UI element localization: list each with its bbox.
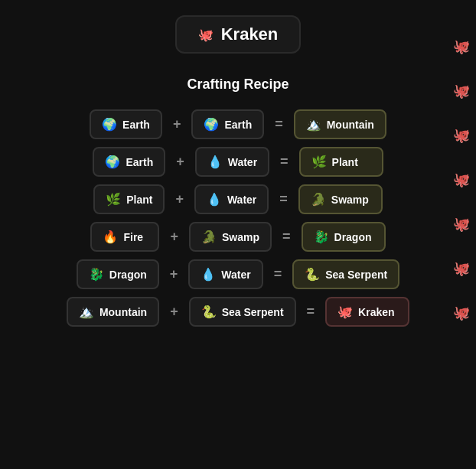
equals-operator: = (272, 116, 286, 132)
ingredient2-emoji: 🐊 (201, 230, 217, 244)
result-chip: 🐍 Sea Serpent (292, 259, 399, 289)
plus-operator: + (173, 154, 187, 170)
ingredient2-emoji: 💧 (207, 192, 222, 207)
ingredient1-label: Dragon (109, 269, 147, 281)
side-icon: 🐙 (453, 171, 470, 188)
side-icon: 🐙 (453, 83, 470, 99)
equals-operator: = (304, 304, 318, 320)
ingredient1-emoji: 🔥 (103, 230, 118, 244)
ingredient2-label: Sea Serpent (222, 306, 284, 318)
side-icons: 🐙 🐙 🐙 🐙 🐙 🐙 🐙 (453, 38, 470, 321)
ingredient2-label: Earth (224, 119, 252, 131)
ingredient2-chip: 🐊 Swamp (189, 222, 272, 252)
result-emoji: 🐍 (305, 267, 320, 282)
recipes-container: 🌍 Earth + 🌍 Earth = 🏔️ Mountain 🌍 Earth … (67, 109, 409, 327)
result-label: Swamp (331, 194, 369, 206)
title-badge-label: Kraken (221, 24, 279, 44)
ingredient1-emoji: 🏔️ (79, 305, 94, 319)
ingredient1-emoji: 🌿 (106, 192, 121, 207)
ingredient1-chip: 🏔️ Mountain (67, 297, 159, 327)
ingredient1-chip: 🌍 Earth (93, 147, 165, 177)
ingredient2-label: Water (228, 156, 257, 168)
ingredient1-chip: 🔥 Fire (90, 222, 159, 252)
ingredient2-emoji: 🌍 (204, 117, 219, 132)
result-chip: 🐊 Swamp (298, 184, 383, 214)
ingredient2-chip: 💧 Water (195, 147, 269, 177)
recipe-row: 🌿 Plant + 💧 Water = 🐊 Swamp (93, 184, 383, 214)
side-icon: 🐙 (453, 216, 470, 233)
ingredient1-label: Fire (123, 231, 143, 243)
equals-operator: = (277, 154, 292, 170)
equals-operator: = (279, 229, 294, 245)
result-label: Mountain (327, 119, 374, 131)
ingredient2-label: Swamp (222, 231, 259, 243)
ingredient1-emoji: 🐉 (89, 267, 104, 282)
side-icon: 🐙 (453, 260, 470, 277)
ingredient2-emoji: 💧 (207, 155, 223, 169)
title-badge: 🐙 Kraken (175, 15, 302, 54)
recipe-row: 🔥 Fire + 🐊 Swamp = 🐉 Dragon (90, 222, 385, 252)
result-label: Kraken (358, 306, 394, 318)
ingredient1-emoji: 🌍 (105, 155, 120, 169)
ingredient1-label: Earth (122, 119, 150, 131)
plus-operator: + (172, 191, 187, 207)
equals-operator: = (276, 191, 291, 207)
result-emoji: 🐙 (337, 305, 353, 319)
result-label: Dragon (334, 231, 372, 243)
ingredient2-chip: 🐍 Sea Serpent (189, 297, 296, 327)
result-emoji: 🏔️ (306, 117, 321, 132)
side-icon: 🐙 (453, 38, 470, 55)
recipe-row: 🐉 Dragon + 💧 Water = 🐍 Sea Serpent (77, 259, 399, 289)
ingredient2-chip: 💧 Water (194, 184, 269, 214)
ingredient1-label: Mountain (99, 306, 147, 318)
result-emoji: 🐉 (314, 230, 329, 244)
result-emoji: 🌿 (311, 155, 327, 169)
section-title: Crafting Recipe (187, 77, 289, 93)
recipe-row: 🏔️ Mountain + 🐍 Sea Serpent = 🐙 Kraken (67, 297, 409, 327)
ingredient2-emoji: 💧 (201, 267, 216, 282)
plus-operator: + (170, 116, 184, 132)
recipe-row: 🌍 Earth + 🌍 Earth = 🏔️ Mountain (90, 109, 386, 139)
equals-operator: = (271, 266, 285, 282)
ingredient1-label: Plant (126, 194, 152, 206)
side-icon: 🐙 (453, 305, 470, 321)
side-icon: 🐙 (453, 127, 470, 144)
result-chip-kraken: 🐙 Kraken (325, 297, 409, 327)
result-emoji: 🐊 (311, 192, 326, 207)
ingredient1-chip: 🌿 Plant (93, 184, 165, 214)
recipe-row: 🌍 Earth + 💧 Water = 🌿 Plant (93, 147, 383, 177)
result-chip: 🌿 Plant (299, 147, 383, 177)
title-badge-emoji: 🐙 (198, 28, 214, 42)
main-container: 🐙 Kraken Crafting Recipe 🌍 Earth + 🌍 Ear… (0, 0, 476, 327)
plus-operator: + (167, 229, 181, 245)
plus-operator: + (167, 266, 181, 282)
result-label: Plant (332, 156, 358, 168)
plus-operator: + (167, 304, 181, 320)
result-label: Sea Serpent (325, 269, 387, 281)
ingredient2-label: Water (227, 194, 256, 206)
ingredient2-chip: 💧 Water (188, 259, 262, 289)
result-chip: 🏔️ Mountain (294, 109, 386, 139)
ingredient2-label: Water (221, 269, 250, 281)
ingredient1-label: Earth (126, 156, 153, 168)
ingredient1-emoji: 🌍 (102, 117, 117, 132)
ingredient2-emoji: 🐍 (201, 305, 217, 319)
ingredient1-chip: 🐉 Dragon (77, 259, 159, 289)
result-chip: 🐉 Dragon (302, 222, 386, 252)
ingredient1-chip: 🌍 Earth (90, 109, 162, 139)
ingredient2-chip: 🌍 Earth (191, 109, 264, 139)
